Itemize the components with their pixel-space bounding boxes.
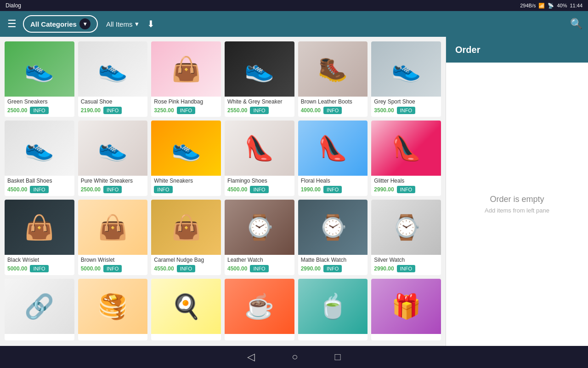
product-emoji-icon: 👟	[24, 136, 54, 160]
product-card[interactable]: 🔗	[5, 279, 74, 340]
info-button[interactable]: INFO	[323, 186, 342, 193]
product-card[interactable]: 👜Rose Pink Handbag3250.00INFO	[151, 41, 221, 117]
product-card[interactable]: 👟Pure White Sneakers2500.00INFO	[78, 121, 148, 196]
product-card[interactable]: 👟Green Sneakers2500.00INFO	[5, 41, 74, 117]
product-footer: 5000.00INFO	[7, 265, 72, 272]
hamburger-menu-icon[interactable]: ☰	[6, 16, 18, 32]
product-info: Casual Shoe2190.00INFO	[78, 97, 148, 117]
product-footer: 2500.00INFO	[7, 107, 72, 114]
download-icon[interactable]: ⬇	[147, 18, 155, 29]
product-name: Green Sneakers	[7, 98, 72, 105]
info-button[interactable]: INFO	[30, 186, 48, 193]
product-footer: 1990.00INFO	[301, 186, 365, 193]
product-card[interactable]: 👟Basket Ball Shoes4500.00INFO	[5, 121, 74, 196]
product-card[interactable]: 👠Floral Heals1990.00INFO	[298, 121, 368, 196]
product-card[interactable]: ☕	[225, 279, 294, 340]
product-image: 🎁	[371, 279, 441, 334]
product-footer: INFO	[154, 186, 218, 193]
product-emoji-icon: ⌚	[391, 215, 421, 239]
info-button[interactable]: INFO	[323, 107, 342, 114]
product-info: Green Sneakers2500.00INFO	[5, 97, 74, 117]
product-card[interactable]: 🍳	[151, 279, 221, 340]
product-info: White & Grey Sneaker2550.00INFO	[225, 97, 294, 117]
product-footer: 4550.00INFO	[154, 265, 218, 272]
product-emoji-icon: 👟	[98, 136, 128, 160]
product-card[interactable]: 👟Grey Sport Shoe3500.00INFO	[371, 41, 441, 117]
product-price: 2990.00	[374, 186, 394, 193]
product-name: White & Grey Sneaker	[227, 98, 292, 105]
product-footer: 2190.00INFO	[81, 107, 145, 114]
info-button[interactable]: INFO	[30, 107, 48, 114]
info-button[interactable]: INFO	[154, 186, 172, 193]
items-selector[interactable]: All Items ▾	[106, 20, 139, 28]
product-card[interactable]: 🥾Brown Leather Boots4000.00INFO	[298, 41, 368, 117]
product-name: Brown Leather Boots	[301, 98, 365, 105]
category-selector[interactable]: All Categories ▾	[23, 15, 98, 33]
product-price: 2990.00	[374, 265, 394, 272]
product-emoji-icon: ⌚	[244, 215, 274, 239]
product-info: Black Wrislet5000.00INFO	[5, 255, 74, 275]
product-name: Caramel Nudge Bag	[154, 257, 218, 263]
product-card[interactable]: 👠Flamingo Shoes4500.00INFO	[225, 121, 294, 196]
info-button[interactable]: INFO	[323, 265, 342, 272]
products-grid: 👟Green Sneakers2500.00INFO👟Casual Shoe21…	[5, 41, 441, 340]
info-button[interactable]: INFO	[397, 107, 415, 114]
product-card[interactable]: 🥞	[78, 279, 148, 340]
info-button[interactable]: INFO	[250, 265, 268, 272]
product-card[interactable]: 👟Casual Shoe2190.00INFO	[78, 41, 148, 117]
info-button[interactable]: INFO	[30, 265, 48, 272]
product-emoji-icon: 👟	[244, 57, 274, 81]
product-image: 👜	[5, 200, 74, 255]
home-button[interactable]: ○	[292, 351, 298, 363]
product-card[interactable]: 👜Black Wrislet5000.00INFO	[5, 200, 74, 275]
category-label: All Categories	[30, 20, 77, 28]
product-price: 1990.00	[301, 186, 321, 193]
product-card[interactable]: ⌚Matte Black Watch2990.00INFO	[298, 200, 368, 275]
product-image: 🍵	[298, 279, 368, 334]
product-info: Brown Wrislet5000.00INFO	[78, 255, 148, 275]
product-card[interactable]: 👜Caramel Nudge Bag4550.00INFO	[151, 200, 221, 275]
product-card[interactable]: 🎁	[371, 279, 441, 340]
product-card[interactable]: 🍵	[298, 279, 368, 340]
product-name: Leather Watch	[227, 257, 292, 263]
info-button[interactable]: INFO	[103, 107, 122, 114]
info-button[interactable]: INFO	[177, 265, 195, 272]
product-card[interactable]: 👠Glitter Heals2990.00INFO	[371, 121, 441, 196]
product-card[interactable]: 👟White & Grey Sneaker2550.00INFO	[225, 41, 294, 117]
status-indicators: 294B/s 📶 📡 40% 11:44	[520, 3, 582, 9]
product-emoji-icon: 👟	[391, 57, 421, 81]
product-image: 👜	[78, 200, 148, 255]
product-card[interactable]: 👜Brown Wrislet5000.00INFO	[78, 200, 148, 275]
info-button[interactable]: INFO	[250, 107, 268, 114]
product-info: Pure White Sneakers2500.00INFO	[78, 176, 148, 196]
recents-button[interactable]: □	[335, 351, 341, 363]
product-emoji-icon: 👜	[98, 215, 128, 239]
back-button[interactable]: ◁	[247, 351, 255, 363]
product-image: 👟	[5, 121, 74, 176]
product-emoji-icon: 👠	[244, 136, 274, 160]
signal-icon: 📶	[538, 3, 545, 9]
product-image: ⌚	[371, 200, 441, 255]
product-info: Caramel Nudge Bag4550.00INFO	[151, 255, 221, 275]
info-button[interactable]: INFO	[103, 265, 122, 272]
product-image: 🔗	[5, 279, 74, 334]
info-button[interactable]: INFO	[397, 186, 415, 193]
product-card[interactable]: 👟White SneakersINFO	[151, 121, 221, 196]
order-empty-subtitle: Add items from left pane	[485, 207, 549, 214]
products-area: 👟Green Sneakers2500.00INFO👟Casual Shoe21…	[0, 37, 446, 346]
product-card[interactable]: ⌚Leather Watch4500.00INFO	[225, 200, 294, 275]
product-price: 3500.00	[374, 107, 394, 114]
product-image: 🥞	[78, 279, 148, 334]
info-button[interactable]: INFO	[250, 186, 268, 193]
product-image: 👟	[225, 41, 294, 97]
product-card[interactable]: ⌚Silver Watch2990.00INFO	[371, 200, 441, 275]
product-image: ☕	[225, 279, 294, 334]
search-icon[interactable]: 🔍	[570, 18, 582, 30]
product-emoji-icon: 🔗	[24, 294, 54, 318]
info-button[interactable]: INFO	[177, 107, 195, 114]
product-footer: 2550.00INFO	[227, 107, 292, 114]
info-button[interactable]: INFO	[397, 265, 415, 272]
product-name: White Sneakers	[154, 178, 218, 184]
info-button[interactable]: INFO	[103, 186, 122, 193]
product-emoji-icon: 👜	[171, 57, 201, 81]
